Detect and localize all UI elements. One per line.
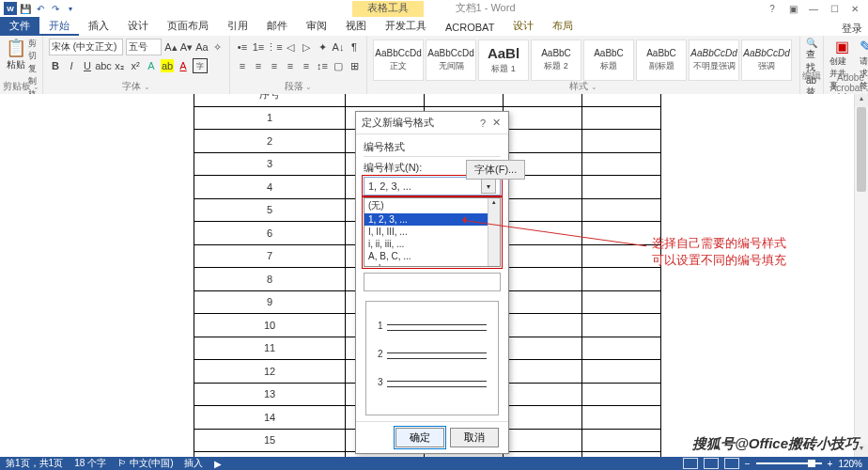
tab-insert[interactable]: 插入	[79, 16, 118, 36]
zoom-out-icon[interactable]: −	[745, 459, 751, 469]
cancel-button[interactable]: 取消	[450, 428, 499, 447]
shading-icon[interactable]: ▢	[332, 59, 345, 72]
table-cell[interactable]: 7	[194, 244, 346, 268]
justify-icon[interactable]: ≡	[284, 59, 297, 72]
tab-layout[interactable]: 页面布局	[158, 16, 218, 36]
minimize-icon[interactable]: —	[804, 2, 823, 15]
maximize-icon[interactable]: ☐	[825, 2, 844, 15]
align-right-icon[interactable]: ≡	[268, 59, 281, 72]
asian-layout-icon[interactable]: ✦	[316, 40, 329, 54]
dialog-help-icon[interactable]: ?	[476, 118, 489, 129]
tab-acrobat[interactable]: ACROBAT	[436, 19, 504, 36]
dialog-close-icon[interactable]: ✕	[489, 117, 503, 129]
tab-developer[interactable]: 开发工具	[376, 16, 436, 36]
status-mode[interactable]: 插入	[184, 457, 203, 470]
table-cell[interactable]: 14	[194, 406, 346, 430]
table-cell[interactable]: 12	[194, 360, 346, 384]
style-item[interactable]: AaBbCcDd强调	[741, 39, 792, 81]
status-words[interactable]: 18 个字	[74, 457, 106, 470]
zoom-in-icon[interactable]: +	[828, 459, 833, 469]
decrease-indent-icon[interactable]: ◁	[284, 40, 297, 54]
number-style-listbox[interactable]: (无)1, 2, 3, ...I, II, III, ...i, ii, iii…	[364, 197, 501, 267]
qat-more-icon[interactable]: ▾	[64, 2, 77, 15]
font-color-icon[interactable]: A	[177, 59, 190, 72]
borders-icon[interactable]: ⊞	[348, 59, 361, 72]
bold-icon[interactable]: B	[49, 59, 62, 72]
multilevel-icon[interactable]: ⋮≡	[268, 40, 281, 54]
highlight-icon[interactable]: ab	[161, 59, 174, 72]
font-family-dropdown[interactable]: 宋体 (中文正文)	[49, 39, 123, 55]
line-spacing-icon[interactable]: ↕≡	[316, 59, 329, 72]
font-button[interactable]: 字体(F)...	[466, 160, 525, 180]
bullets-icon[interactable]: •≡	[236, 40, 249, 54]
strike-icon[interactable]: abc	[97, 59, 110, 72]
number-style-combo[interactable]: 1, 2, 3, ... ▾	[364, 177, 501, 196]
login-link[interactable]: 登录	[842, 22, 868, 36]
style-item[interactable]: AaBbCcDd正文	[373, 39, 424, 81]
cut-button[interactable]: 剪切	[28, 38, 37, 62]
increase-indent-icon[interactable]: ▷	[300, 40, 313, 54]
table-cell[interactable]: 11	[194, 337, 346, 360]
tab-table-layout[interactable]: 布局	[543, 16, 582, 36]
tab-file[interactable]: 文件	[0, 16, 39, 36]
table-cell[interactable]: 8	[194, 268, 346, 291]
table-cell[interactable]: 15	[194, 429, 346, 452]
table-cell[interactable]: 6	[194, 222, 346, 245]
scroll-up-icon[interactable]: ▴	[855, 94, 868, 107]
tab-review[interactable]: 审阅	[297, 16, 336, 36]
vertical-scrollbar[interactable]: ▴ ▾	[854, 94, 868, 457]
view-web-icon[interactable]	[724, 458, 739, 469]
listbox-option[interactable]: (无)	[364, 198, 500, 213]
distribute-icon[interactable]: ≡	[300, 59, 313, 72]
listbox-option[interactable]: i, ii, iii, ...	[364, 238, 500, 250]
style-item[interactable]: AaBbCcDd不明显强调	[689, 39, 739, 81]
superscript-icon[interactable]: x²	[129, 59, 142, 72]
table-cell[interactable]: 1	[194, 106, 346, 130]
save-icon[interactable]: 💾	[19, 2, 32, 15]
undo-icon[interactable]: ↶	[34, 2, 47, 15]
show-marks-icon[interactable]: ¶	[348, 40, 361, 54]
close-icon[interactable]: ✕	[845, 2, 864, 15]
change-case-icon[interactable]: Aa	[195, 40, 208, 54]
tab-table-design[interactable]: 设计	[504, 16, 543, 36]
listbox-scrollbar[interactable]: ▴	[488, 198, 500, 266]
style-item[interactable]: AaBbC标题	[583, 39, 634, 81]
table-cell[interactable]: 2	[194, 130, 346, 153]
tab-view[interactable]: 视图	[336, 16, 376, 36]
subscript-icon[interactable]: x₂	[113, 59, 126, 72]
sort-icon[interactable]: A↓	[332, 40, 345, 54]
font-size-dropdown[interactable]: 五号	[126, 39, 163, 55]
enclose-icon[interactable]: 字	[193, 58, 208, 73]
view-print-icon[interactable]	[704, 458, 719, 469]
underline-icon[interactable]: U	[81, 59, 94, 72]
listbox-option[interactable]: 1, 2, 3, ...	[364, 213, 500, 226]
style-item[interactable]: AaBbCcDd无间隔	[426, 39, 476, 81]
ribbon-display-icon[interactable]: ▣	[783, 2, 802, 15]
style-item[interactable]: AaBbC标题 2	[531, 39, 581, 81]
tab-home[interactable]: 开始	[39, 16, 79, 36]
table-cell[interactable]: 3	[194, 152, 346, 176]
clear-format-icon[interactable]: ✧	[211, 40, 224, 54]
align-left-icon[interactable]: ≡	[236, 59, 249, 72]
scroll-thumb[interactable]	[857, 107, 866, 192]
align-center-icon[interactable]: ≡	[252, 59, 265, 72]
tab-mailings[interactable]: 邮件	[257, 16, 297, 36]
zoom-value[interactable]: 120%	[838, 459, 862, 469]
status-macro-icon[interactable]: ▶	[214, 459, 222, 469]
status-page[interactable]: 第1页，共1页	[6, 457, 63, 470]
status-lang[interactable]: 🏳 中文(中国)	[117, 457, 173, 470]
view-read-icon[interactable]	[683, 458, 698, 469]
zoom-slider[interactable]	[756, 462, 822, 464]
italic-icon[interactable]: I	[65, 59, 78, 72]
chevron-down-icon[interactable]: ▾	[481, 179, 496, 194]
table-cell[interactable]: 4	[194, 176, 346, 199]
table-cell[interactable]: 13	[194, 383, 346, 406]
style-item[interactable]: AaBl标题 1	[478, 39, 529, 81]
ok-button[interactable]: 确定	[395, 428, 444, 447]
style-item[interactable]: AaBbC副标题	[636, 39, 687, 81]
listbox-option[interactable]: A, B, C, ...	[364, 250, 500, 262]
listbox-option[interactable]: I, II, III, ...	[364, 226, 500, 238]
numbering-icon[interactable]: 1≡	[252, 40, 265, 54]
tab-references[interactable]: 引用	[218, 16, 257, 36]
listbox-option[interactable]: a, b, c, ...	[364, 262, 500, 267]
